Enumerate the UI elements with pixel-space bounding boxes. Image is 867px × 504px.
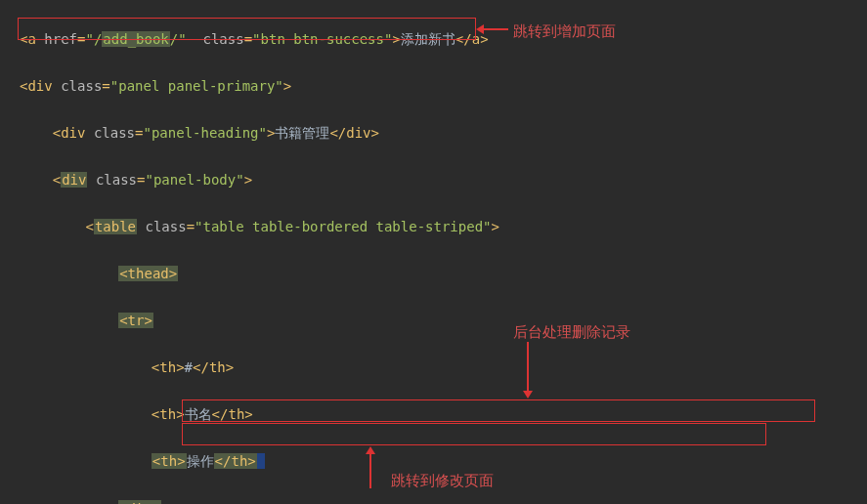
code-editor[interactable]: <a href="/add_book/" class="btn btn-succ…	[0, 0, 867, 504]
code-line: <div class="panel-heading">书籍管理</div>	[20, 121, 867, 145]
code-line: </tr>	[20, 496, 867, 504]
code-line: <div class="panel-body">	[20, 168, 867, 191]
annotation-middle: 后台处理删除记录	[513, 320, 630, 344]
code-line: <a href="/add_book/" class="btn btn-succ…	[20, 27, 867, 51]
text-cursor	[257, 453, 265, 469]
code-line: <div class="panel panel-primary">	[20, 74, 867, 98]
arrow-icon	[369, 449, 371, 488]
code-line: <tr>	[20, 309, 867, 332]
arrow-icon	[527, 342, 529, 396]
annotation-bottom: 跳转到修改页面	[391, 469, 494, 492]
arrow-icon	[479, 28, 508, 30]
code-line: <th>书名</th>	[20, 402, 867, 426]
code-line: <table class="table table-bordered table…	[20, 215, 867, 238]
code-line: <th>#</th>	[20, 356, 867, 379]
code-line: <thead>	[20, 262, 867, 285]
annotation-top: 跳转到增加页面	[513, 20, 616, 43]
